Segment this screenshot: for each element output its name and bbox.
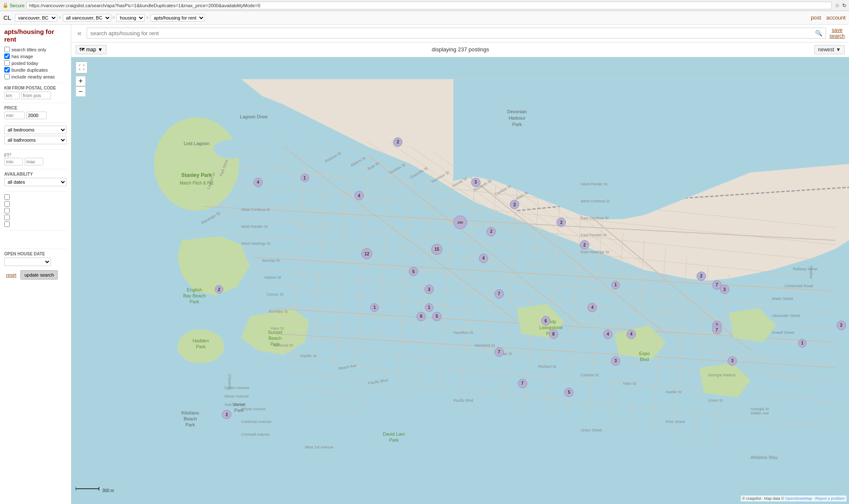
post-link[interactable]: post [811,14,821,21]
cluster-marker[interactable]: 15 [431,244,442,255]
cluster-marker[interactable]: 4 [627,330,636,339]
cluster-marker[interactable]: 12 [361,248,372,259]
main-layout: apts/housing forrent search titles only … [0,25,849,504]
bathrooms-select[interactable]: all bathrooms [4,136,67,144]
amenities-section [4,194,67,227]
cluster-marker[interactable]: 6 [541,316,551,325]
cluster-marker[interactable]: 3 [728,356,737,366]
cluster-marker[interactable]: 3 [611,356,620,366]
report-problem-link[interactable]: Report a problem [815,496,845,501]
bundle-duplicates-checkbox[interactable] [4,67,10,73]
posted-today-checkbox[interactable] [4,60,10,66]
cluster-marker[interactable]: 7 [495,347,504,357]
reset-button[interactable]: reset [4,270,18,280]
cluster-marker[interactable]: 2 [215,285,223,294]
cluster-marker[interactable]: 5 [564,388,573,397]
area-select[interactable]: all vancouver, BC [63,14,111,22]
openstreetmap-link[interactable]: OpenStreetMap [785,496,812,501]
category-select[interactable]: housing [116,14,145,22]
cluster-marker[interactable]: 5 [432,312,441,321]
map-attribution: © craigslist · Map data © OpenStreetMap … [741,496,846,501]
map-view-button[interactable]: 🗺 map ▼ [76,45,107,54]
svg-text:Park: Park [190,299,200,304]
has-image-checkbox[interactable] [4,53,10,59]
account-link[interactable]: account [826,14,846,21]
cats-ok-checkbox[interactable] [4,194,10,200]
location-select[interactable]: vancouver, BC [15,14,57,22]
zoom-in-button[interactable]: + [76,76,86,86]
cluster-marker[interactable]: 8 [549,330,558,339]
star-icon[interactable]: ☆ [835,3,840,8]
price-min-input[interactable] [4,112,25,119]
availability-select[interactable]: all dates [4,178,67,186]
cluster-marker[interactable]: 3 [720,285,729,294]
search-button[interactable]: 🔍 [812,28,826,38]
bedrooms-select[interactable]: all bedrooms [4,126,67,134]
cluster-marker[interactable]: 2 [697,272,706,281]
cluster-marker[interactable]: 2 [557,218,566,227]
map-icon: 🗺 [79,47,84,53]
cluster-marker[interactable]: 2 [222,410,231,419]
svg-text:East Cordova St: East Cordova St [581,216,609,220]
furnished-checkbox[interactable] [4,208,10,213]
postal-input[interactable] [21,92,51,99]
svg-text:Bay Beach: Bay Beach [183,293,205,298]
price-max-input[interactable] [26,112,47,119]
svg-text:Burnaby St: Burnaby St [269,309,288,313]
open-house-select[interactable] [4,258,51,266]
search-input[interactable] [87,28,812,38]
cluster-marker[interactable]: 2 [393,137,402,147]
zoom-out-button[interactable]: − [76,87,86,97]
cluster-marker[interactable]: 4 [603,330,613,339]
nav-right: post account [811,14,846,21]
cluster-marker[interactable]: 7 [518,379,527,388]
subcategory-select[interactable]: apts/housing for rent [150,14,205,22]
cluster-marker[interactable]: 2 [580,240,589,249]
cluster-marker[interactable]: 4 [479,254,488,263]
cluster-marker[interactable]: 2 [510,200,519,209]
save-search-button[interactable]: save search [829,27,845,39]
arrow-icon-2: > [112,15,115,20]
cluster-marker[interactable]: 5 [409,267,418,276]
cluster-marker[interactable]: 4 [588,303,597,312]
update-search-button[interactable]: update search [20,270,58,280]
include-nearby-checkbox[interactable] [4,74,10,79]
url-bar[interactable] [26,2,832,9]
cluster-marker[interactable]: 7 [712,325,722,334]
cluster-marker[interactable]: 2 [486,227,496,236]
cluster-marker[interactable]: 3 [471,178,481,187]
svg-text:Park: Park [196,344,206,349]
posted-today-row: posted today [4,60,67,66]
wheelchair-checkbox[interactable] [4,221,10,227]
no-smoking-row [4,215,67,220]
sync-icon[interactable]: ↻ [842,3,846,8]
cluster-marker[interactable]: 4 [253,178,263,187]
cluster-marker[interactable]: 100 [453,216,467,229]
sort-select[interactable]: newest ▼ [814,45,845,54]
map-svg: Lost Lagoon Stanley Park Match Pitch & P… [71,57,849,504]
ft2-min-input[interactable] [4,158,23,165]
km-input[interactable] [4,92,20,99]
no-smoking-checkbox[interactable] [4,215,10,220]
cluster-marker[interactable]: 6 [416,312,426,321]
map-container[interactable]: Lost Lagoon Stanley Park Match Pitch & P… [71,57,849,504]
cluster-marker[interactable]: 1 [425,303,433,312]
cluster-marker[interactable]: 2 [837,321,846,330]
search-titles-checkbox[interactable] [4,47,10,52]
ft2-max-input[interactable] [25,158,43,165]
cluster-marker[interactable]: 7 [495,289,504,299]
cluster-marker[interactable]: 1 [370,303,379,312]
svg-text:Stanley Park: Stanley Park [181,172,212,178]
cluster-marker[interactable]: 1 [611,281,620,289]
dogs-ok-checkbox[interactable] [4,201,10,207]
ft2-section: FT2 [4,152,67,165]
svg-text:Keefer St: Keefer St [666,389,682,394]
cluster-marker[interactable]: 1 [798,339,807,347]
secure-label: Secure [10,3,25,8]
fullscreen-button[interactable]: ⛶ [76,62,87,73]
availability-section: AVAILABILITY all dates [4,172,67,188]
cluster-marker[interactable]: 1 [301,174,309,182]
collapse-button[interactable]: « [76,29,83,38]
cluster-marker[interactable]: 3 [424,285,434,294]
cluster-marker[interactable]: 4 [354,191,364,200]
